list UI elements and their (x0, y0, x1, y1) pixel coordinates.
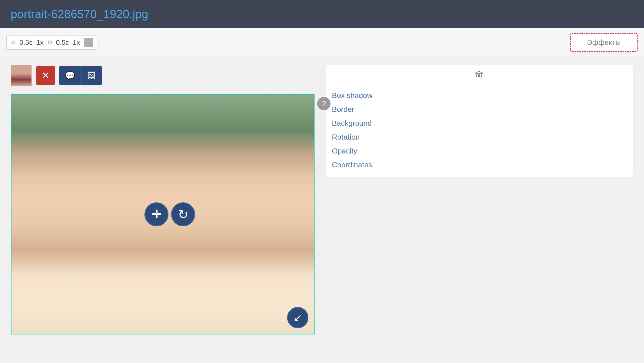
image-wrapper: ? (11, 94, 315, 334)
view-buttons: 💬 🖼 (59, 66, 102, 85)
duration1-value: 0.5c (19, 38, 33, 47)
help-icon: ? (322, 99, 326, 108)
main-content: ⊘ 0.5c 1x ⊘ 0.5c 1x Эффекты ✕ (0, 28, 644, 363)
timer1-icon: ⊘ (11, 39, 16, 46)
effects-panel-header: 🏛 (331, 70, 628, 85)
chat-view-button[interactable]: 💬 (59, 66, 80, 85)
thumbnail-image (11, 65, 31, 86)
effect-background[interactable]: Background (331, 117, 628, 130)
toolbar: ⊘ 0.5c 1x ⊘ 0.5c 1x Эффекты (0, 28, 644, 57)
image-container[interactable] (11, 94, 315, 334)
help-button[interactable]: ? (317, 97, 331, 110)
duration2-value: 0.5c (56, 38, 69, 47)
left-panel: ✕ 💬 🖼 (11, 65, 315, 357)
timer2-icon: ⊘ (47, 39, 52, 46)
image-view-button[interactable]: 🖼 (80, 66, 102, 85)
page-title: portrait-6286570_1920.jpg (11, 7, 148, 21)
effect-box-shadow[interactable]: Box shadow (331, 89, 628, 102)
toolbar-controls: ⊘ 0.5c 1x ⊘ 0.5c 1x (6, 35, 98, 50)
delete-button[interactable]: ✕ (36, 66, 55, 85)
canvas-area: ✕ 💬 🖼 (0, 57, 644, 363)
effect-opacity[interactable]: Opacity (331, 145, 628, 157)
effects-panel: 🏛 Box shadow Border Background Rotation … (325, 65, 633, 177)
chat-icon: 💬 (65, 71, 75, 80)
color-swatch[interactable] (84, 38, 93, 47)
image-controls-row: ✕ 💬 🖼 (11, 65, 102, 89)
rotate-button[interactable] (171, 202, 195, 226)
effect-border[interactable]: Border (331, 103, 628, 116)
effects-list: Box shadow Border Background Rotation Op… (331, 89, 628, 171)
effects-panel-icon: 🏛 (475, 70, 484, 80)
repeat2-value: 1x (73, 38, 80, 47)
thumbnail[interactable] (11, 65, 32, 86)
right-panel: 🏛 Box shadow Border Background Rotation … (325, 65, 633, 357)
resize-button[interactable] (287, 307, 308, 328)
effect-coordinates[interactable]: Coordinates (331, 159, 628, 171)
effects-button[interactable]: Эффекты (570, 33, 638, 52)
effect-rotation[interactable]: Rotation (331, 131, 628, 144)
delete-icon: ✕ (42, 70, 50, 81)
move-button[interactable] (144, 202, 168, 226)
image-icon: 🖼 (87, 71, 95, 80)
repeat1-value: 1x (36, 38, 43, 47)
title-bar: portrait-6286570_1920.jpg (0, 0, 644, 28)
